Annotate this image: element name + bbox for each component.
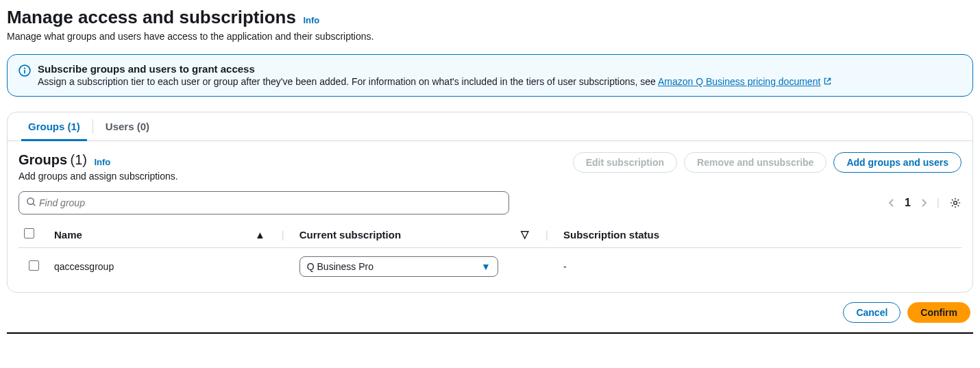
groups-table: Name▲| Current subscription▽| Subscripti… bbox=[19, 221, 961, 285]
tab-bar: Groups (1) Users (0) bbox=[8, 112, 972, 141]
info-box: Subscribe groups and users to grant acce… bbox=[7, 54, 973, 97]
add-groups-users-button[interactable]: Add groups and users bbox=[833, 152, 961, 173]
info-box-text: Assign a subscription tier to each user … bbox=[38, 76, 658, 87]
svg-point-3 bbox=[27, 198, 34, 204]
col-separator: | bbox=[278, 229, 289, 241]
row-status: - bbox=[558, 248, 961, 286]
search-icon bbox=[26, 197, 36, 210]
row-subscription-cell: Q Business Pro ▼ bbox=[294, 248, 558, 286]
section-count: (1) bbox=[71, 152, 87, 168]
column-name[interactable]: Name▲| bbox=[49, 221, 294, 248]
tab-groups[interactable]: Groups (1) bbox=[16, 112, 93, 140]
table-header-row: Name▲| Current subscription▽| Subscripti… bbox=[19, 221, 961, 248]
col-separator: | bbox=[541, 229, 552, 241]
groups-section: Groups (1) Info Add groups and assign su… bbox=[8, 141, 972, 292]
chevron-down-icon: ▼ bbox=[481, 261, 491, 272]
column-status-label: Subscription status bbox=[563, 229, 659, 241]
confirm-button[interactable]: Confirm bbox=[907, 302, 970, 323]
section-title: Groups bbox=[19, 152, 67, 168]
checkbox-icon bbox=[29, 260, 39, 271]
page-description: Manage what groups and users have access… bbox=[7, 31, 973, 42]
pager-separator: | bbox=[937, 197, 940, 209]
svg-rect-2 bbox=[24, 70, 25, 74]
bottom-rule bbox=[7, 332, 973, 334]
pricing-link-text: Amazon Q Business pricing document bbox=[658, 76, 820, 87]
section-header: Groups (1) Info Add groups and assign su… bbox=[19, 152, 961, 182]
sort-asc-icon: ▲ bbox=[255, 229, 271, 241]
main-panel: Groups (1) Users (0) Groups (1) Info Add… bbox=[7, 112, 973, 293]
info-box-body: Assign a subscription tier to each user … bbox=[38, 76, 832, 88]
tab-users[interactable]: Users (0) bbox=[93, 112, 162, 140]
column-status[interactable]: Subscription status bbox=[558, 221, 961, 248]
page-info-link[interactable]: Info bbox=[303, 15, 319, 25]
section-info-link[interactable]: Info bbox=[94, 157, 110, 167]
edit-subscription-button[interactable]: Edit subscription bbox=[573, 152, 677, 173]
table-row: qaccessgroup Q Business Pro ▼ - bbox=[19, 248, 961, 286]
page-header: Manage access and subscriptions Info Man… bbox=[7, 7, 973, 42]
section-header-left: Groups (1) Info Add groups and assign su… bbox=[19, 152, 178, 182]
row-name: qaccessgroup bbox=[49, 248, 294, 286]
page-title: Manage access and subscriptions bbox=[7, 7, 296, 28]
settings-gear-icon[interactable] bbox=[949, 197, 961, 209]
pricing-link[interactable]: Amazon Q Business pricing document bbox=[658, 76, 832, 87]
info-box-content: Subscribe groups and users to grant acce… bbox=[38, 63, 832, 88]
svg-point-4 bbox=[954, 201, 957, 205]
pagination: 1 | bbox=[888, 197, 961, 209]
remove-unsubscribe-button[interactable]: Remove and unsubscribe bbox=[684, 152, 826, 173]
footer-actions: Cancel Confirm bbox=[7, 293, 973, 328]
section-actions: Edit subscription Remove and unsubscribe… bbox=[573, 152, 961, 173]
column-subscription[interactable]: Current subscription▽| bbox=[294, 221, 558, 248]
next-page-button[interactable] bbox=[920, 198, 927, 208]
info-box-title: Subscribe groups and users to grant acce… bbox=[38, 63, 832, 75]
subscription-dropdown[interactable]: Q Business Pro ▼ bbox=[299, 256, 498, 277]
toolbar: 1 | bbox=[19, 191, 961, 214]
prev-page-button[interactable] bbox=[888, 198, 895, 208]
info-icon bbox=[19, 64, 31, 88]
section-description: Add groups and assign subscriptions. bbox=[19, 171, 178, 182]
external-link-icon bbox=[823, 77, 832, 88]
search-input[interactable] bbox=[36, 195, 502, 211]
row-checkbox[interactable] bbox=[19, 248, 49, 286]
sort-desc-icon: ▽ bbox=[521, 228, 535, 241]
checkbox-icon bbox=[24, 228, 34, 238]
page-number: 1 bbox=[905, 197, 911, 209]
column-subscription-label: Current subscription bbox=[299, 229, 401, 241]
search-box[interactable] bbox=[19, 191, 509, 214]
select-all-header[interactable] bbox=[19, 221, 49, 248]
column-name-label: Name bbox=[54, 229, 82, 241]
subscription-value: Q Business Pro bbox=[307, 261, 373, 272]
svg-point-1 bbox=[24, 68, 25, 69]
cancel-button[interactable]: Cancel bbox=[843, 302, 901, 323]
